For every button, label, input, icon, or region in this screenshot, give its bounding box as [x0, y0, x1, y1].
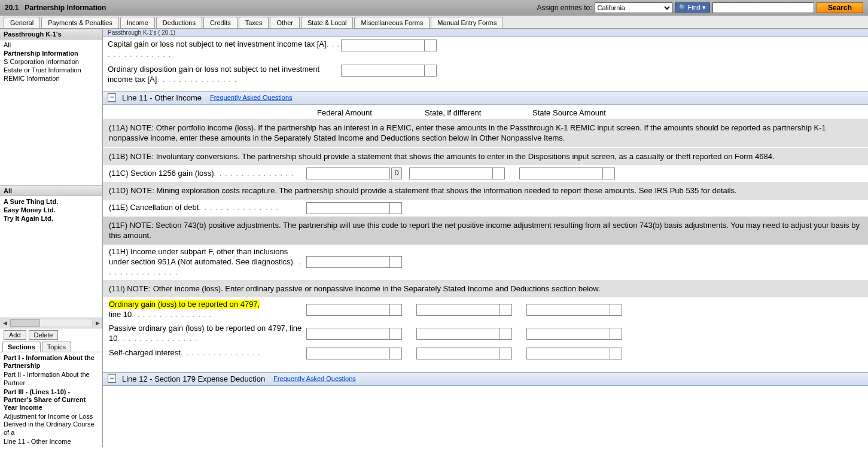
find-button[interactable]: 🔍 Find ▾	[675, 2, 710, 13]
highlighted-label: Ordinary gain (loss) to be reported on 4…	[109, 300, 260, 309]
tab-income[interactable]: Income	[120, 17, 155, 28]
input-selfcharged-state[interactable]	[416, 348, 500, 359]
main-content: Passthrough K-1's ( 20.1) Capital gain o…	[103, 29, 868, 447]
sidebar-entity[interactable]: Easy Money Ltd.	[0, 206, 102, 214]
collapse-icon[interactable]: −	[108, 93, 116, 102]
chevron-right-icon[interactable]: ▶	[93, 320, 102, 326]
sec-part3[interactable]: Part III - (Lines 1-10) - Partner's Shar…	[2, 388, 100, 413]
add-button[interactable]: Add	[4, 330, 26, 340]
col-federal: Federal Amount	[317, 108, 425, 117]
sidebar-item-all[interactable]: All	[0, 41, 102, 49]
input-selfcharged-source[interactable]	[526, 348, 610, 359]
detail-button-icon[interactable]: D	[391, 167, 402, 179]
input-cap-gain-aux[interactable]	[425, 39, 437, 51]
note-11a: (11A) NOTE: Other portfolio income (loss…	[103, 119, 868, 147]
tab-credits[interactable]: Credits	[203, 17, 237, 28]
sec-line11[interactable]: Line 11 - Other Income	[2, 437, 100, 446]
input-ord-disp[interactable]	[341, 65, 425, 77]
chevron-left-icon[interactable]: ◀	[0, 320, 10, 326]
sec-part1[interactable]: Part I - Information About the Partnersh…	[2, 354, 100, 370]
row-11h: (11H) Income under subpart F, other than…	[103, 245, 868, 279]
note-11f: (11F) NOTE: Section 743(b) positive adju…	[103, 217, 868, 245]
tab-deductions[interactable]: Deductions	[156, 17, 202, 28]
input-passive-fed[interactable]	[306, 328, 390, 340]
tab-other[interactable]: Other	[270, 17, 300, 28]
input-11c-state[interactable]	[409, 167, 493, 179]
sidebar-item-estate-trust[interactable]: Estate or Trust Information	[0, 66, 102, 74]
mtab-topics[interactable]: Topics	[42, 342, 71, 352]
row-ord-disp: Ordinary disposition gain or loss not su…	[103, 62, 868, 87]
tab-payments[interactable]: Payments & Penalties	[41, 17, 119, 28]
search-input[interactable]	[712, 2, 814, 13]
input-passive-source[interactable]	[526, 328, 610, 340]
input-11e-fed[interactable]	[306, 202, 390, 214]
row-11e: (11E) Cancellation of debt	[103, 200, 868, 216]
tab-taxes[interactable]: Taxes	[239, 17, 269, 28]
input-ordgain-source[interactable]	[526, 304, 610, 316]
sidebar-entity[interactable]: Try It Again Ltd.	[0, 214, 102, 223]
sidebar-header-all: All	[0, 185, 102, 196]
sec-adjustment[interactable]: Adjustment for Income or Loss Derived in…	[2, 412, 100, 437]
note-11d: (11D) NOTE: Mining exploration costs rec…	[103, 182, 868, 200]
sidebar-entities-list: A Sure Thing Ltd. Easy Money Ltd. Try It…	[0, 196, 102, 224]
faq-link[interactable]: Frequently Asked Questions	[273, 375, 356, 382]
sidebar-item-scorp[interactable]: S Corporation Information	[0, 57, 102, 66]
sidebar: Passthrough K-1's All Partnership Inform…	[0, 29, 103, 447]
tab-misc-forms[interactable]: Miscellaneous Forms	[354, 17, 430, 28]
screen-title: Partnership Information	[25, 4, 106, 12]
sidebar-item-partnership[interactable]: Partnership Information	[0, 49, 102, 57]
tab-general[interactable]: General	[4, 17, 40, 28]
mtab-sections[interactable]: Sections	[2, 342, 41, 352]
input-11c-fed[interactable]	[306, 167, 390, 179]
section-line11-header: − Line 11 - Other Income Frequently Aske…	[103, 91, 868, 105]
section-title: Line 11 - Other Income	[122, 93, 202, 102]
input-ord-disp-aux[interactable]	[425, 65, 437, 77]
column-headers: Federal Amount State, if different State…	[103, 105, 868, 118]
note-11i: (11I) NOTE: Other income (loss). Enter o…	[103, 280, 868, 298]
row-passive-ord-gain: Passive ordinary gain (loss) to be repor…	[103, 322, 868, 346]
input-ordgain-fed[interactable]	[306, 304, 390, 316]
row-ord-gain-4797: Ordinary gain (loss) to be reported on 4…	[103, 298, 868, 322]
faq-link[interactable]: Frequently Asked Questions	[210, 94, 293, 101]
section-title: Line 12 - Section 179 Expense Deduction	[122, 374, 265, 383]
section-line12-header: − Line 12 - Section 179 Expense Deductio…	[103, 372, 868, 386]
sections-list: Part I - Information About the Partnersh…	[0, 352, 102, 447]
row-11c: (11C) Section 1256 gain (loss) D	[103, 166, 868, 181]
sidebar-scroll[interactable]: ◀ ▶	[0, 318, 102, 328]
note-11b: (11B) NOTE: Involuntary conversions. The…	[103, 148, 868, 166]
search-icon: 🔍	[679, 4, 686, 11]
scrollbar-thumb[interactable]	[10, 319, 40, 327]
main-tabs: General Payments & Penalties Income Dedu…	[0, 16, 868, 29]
breadcrumb: Passthrough K-1's ( 20.1)	[103, 29, 868, 37]
input-passive-state[interactable]	[416, 328, 500, 340]
input-cap-gain[interactable]	[341, 39, 425, 51]
sidebar-entity[interactable]: A Sure Thing Ltd.	[0, 197, 102, 206]
assign-select[interactable]: California	[595, 2, 672, 13]
sidebar-header-k1: Passthrough K-1's	[0, 29, 102, 39]
sidebar-k1-list: All Partnership Information S Corporatio…	[0, 39, 102, 84]
row-cap-gain: Capital gain or loss not subject to net …	[103, 37, 868, 62]
collapse-icon[interactable]: −	[108, 374, 116, 383]
tab-manual-entry[interactable]: Manual Entry Forms	[431, 17, 503, 28]
assign-label: Assign entries to:	[537, 4, 592, 12]
input-selfcharged-fed[interactable]	[306, 348, 390, 359]
col-state-source: State Source Amount	[532, 108, 640, 117]
input-ordgain-state[interactable]	[416, 304, 500, 316]
input-11h-fed[interactable]	[306, 256, 390, 268]
col-state-diff: State, if different	[425, 108, 532, 117]
title-bar: 20.1 Partnership Information Assign entr…	[0, 0, 868, 16]
screen-code: 20.1	[5, 4, 19, 12]
tab-state-local[interactable]: State & Local	[301, 17, 353, 28]
sidebar-mini-tabs: Sections Topics	[0, 342, 102, 352]
search-button[interactable]: Search	[817, 2, 863, 13]
sec-part2[interactable]: Part II - Information About the Partner	[2, 370, 100, 387]
sidebar-item-remic[interactable]: REMIC Information	[0, 74, 102, 83]
input-11c-source[interactable]	[519, 167, 603, 179]
row-self-charged: Self-charged interest	[103, 346, 868, 361]
delete-button[interactable]: Delete	[29, 330, 59, 340]
